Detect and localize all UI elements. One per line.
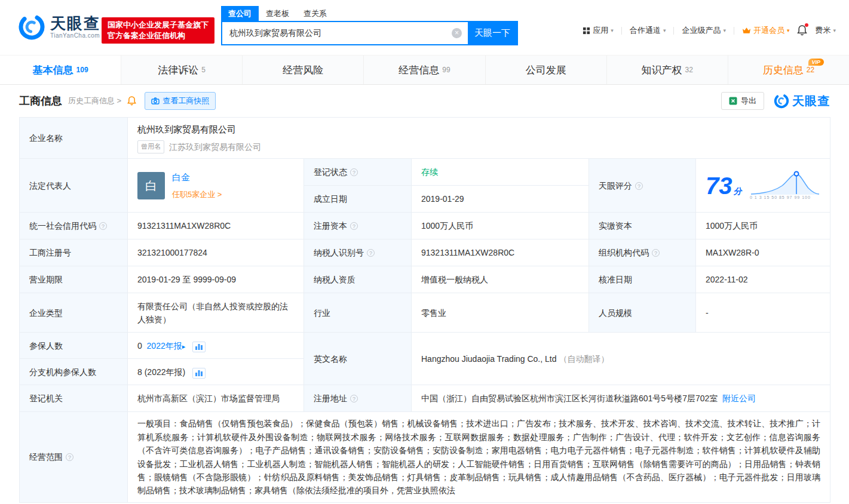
search-input[interactable]	[222, 22, 468, 44]
subscribe-bell-icon[interactable]	[127, 96, 136, 106]
help-icon[interactable]: ?	[99, 222, 107, 230]
tab-label: 公司发展	[526, 63, 566, 77]
crown-icon	[742, 27, 751, 34]
reg-authority-value: 杭州市高新区（滨江）市场监督管理局	[128, 385, 304, 412]
reg-authority-label: 登记机关	[20, 385, 128, 412]
tab-legal-litigation[interactable]: 法律诉讼 5	[121, 56, 243, 84]
english-name-note: （自动翻译）	[559, 354, 609, 364]
chevron-down-icon: ▾	[787, 27, 790, 33]
brand-watermark[interactable]: 天眼查	[774, 93, 830, 109]
help-icon[interactable]: ?	[350, 168, 358, 176]
top-header: 天眼查 TianYanCha.com 国家中小企业发展子基金旗下 官方备案企业征…	[0, 0, 849, 55]
branch-insured-value: 8	[137, 367, 142, 377]
branch-insured-trend-chart-icon[interactable]	[192, 368, 206, 379]
reg-number-label: 工商注册号	[20, 239, 128, 266]
english-name-value: Hangzhou Jiudaojia Trading Co., Ltd	[421, 354, 556, 364]
reg-address-label: 注册地址?	[304, 385, 412, 412]
business-info-section-bar: 工商信息 历史工商信息 > 查看工商快照 导出 天眼查	[0, 85, 849, 117]
legal-rep-avatar[interactable]: 白	[137, 172, 165, 199]
company-type-value: 有限责任公司（非自然人投资或控股的法人独资）	[128, 293, 304, 333]
english-name-label: 英文名称	[304, 333, 412, 385]
legal-rep-name-link[interactable]: 白金	[172, 170, 222, 185]
insured-value: 0	[137, 341, 142, 351]
nav-user-menu[interactable]: 费米 ▾	[815, 25, 836, 36]
help-icon[interactable]: ?	[635, 182, 643, 190]
score-label: 天眼评分?	[589, 159, 696, 213]
annual-report-link[interactable]: 2022年报	[147, 341, 182, 351]
tab-operation-info[interactable]: 经营信息 99	[364, 56, 485, 84]
taxpayer-id-label: 纳税人识别号?	[304, 239, 412, 266]
tab-intellectual-property[interactable]: 知识产权 32	[607, 56, 728, 84]
search-tab-company[interactable]: 查公司	[221, 6, 259, 21]
reg-status-label: 登记状态?	[304, 159, 412, 186]
table-row: 营业期限 2019-01-29 至 9999-09-09 纳税人资质 增值税一般…	[20, 266, 830, 293]
logo-swirl-icon	[774, 93, 789, 109]
establish-date-label: 成立日期	[304, 186, 412, 213]
chevron-down-icon: ▾	[833, 27, 836, 33]
history-business-info-link[interactable]: 历史工商信息 >	[68, 96, 121, 106]
business-scope-label: 经营范围?	[20, 412, 128, 502]
taxpayer-quality-value: 增值税一般纳税人	[412, 266, 589, 293]
logo-swirl-icon	[18, 13, 45, 41]
score-cell[interactable]: 73分 0 1 3 15 50 85 97 99 100	[696, 159, 830, 213]
notifications-bell[interactable]	[797, 25, 807, 36]
tab-history-info[interactable]: 历史信息 22 VIP	[728, 56, 849, 84]
chevron-down-icon: ▾	[611, 27, 614, 33]
search-box: × 天眼一下	[221, 21, 518, 45]
vip-badge: VIP	[808, 59, 824, 66]
company-type-label: 企业类型	[20, 293, 128, 333]
former-name[interactable]: 江苏玖到家贸易有限公司	[169, 140, 261, 153]
table-row: 企业类型 有限责任公司（非自然人投资或控股的法人独资） 行业 零售业 人员规模 …	[20, 293, 830, 333]
tab-basic-info[interactable]: 基本信息 109	[0, 56, 121, 84]
nav-enterprise-label: 企业级产品	[682, 25, 721, 36]
help-icon[interactable]: ?	[66, 453, 73, 461]
tab-count: 5	[201, 66, 206, 74]
credit-code-value: 91321311MA1XW28R0C	[128, 213, 304, 239]
export-button-label: 导出	[741, 96, 756, 106]
tab-operation-risk[interactable]: 经营风险	[243, 56, 364, 84]
reg-capital-value: 1000万人民币	[412, 213, 589, 239]
tab-label: 基本信息	[33, 63, 73, 77]
credit-code-label: 统一社会信用代码?	[20, 213, 128, 239]
staff-size-value: -	[696, 293, 830, 333]
table-row: 法定代表人 白 白金 任职5家企业 > 登记状态? 存续 天眼评分?	[20, 159, 830, 186]
business-term-label: 营业期限	[20, 266, 128, 293]
reg-status-value: 存续	[421, 167, 438, 177]
establish-date-value: 2019-01-29	[412, 186, 589, 213]
chevron-down-icon: ▾	[663, 27, 666, 33]
staff-size-label: 人员规模	[589, 293, 696, 333]
help-icon[interactable]: ?	[350, 222, 358, 230]
export-button[interactable]: 导出	[721, 92, 764, 110]
tab-company-development[interactable]: 公司发展	[486, 56, 607, 84]
approval-date-value: 2022-11-02	[696, 266, 830, 293]
snapshot-button[interactable]: 查看工商快照	[145, 92, 216, 110]
nav-apps-label: 应用	[593, 25, 608, 36]
insured-trend-chart-icon[interactable]	[192, 342, 206, 352]
search-button[interactable]: 天眼一下	[468, 22, 517, 44]
nav-open-vip[interactable]: 开通会员 ▾	[742, 25, 790, 36]
search-tab-boss[interactable]: 查老板	[259, 6, 296, 21]
brand-watermark-label: 天眼查	[792, 93, 830, 109]
tab-label: 历史信息	[763, 63, 804, 77]
help-icon[interactable]: ?	[367, 249, 375, 257]
help-icon[interactable]: ?	[652, 249, 660, 257]
branch-insured-label: 分支机构参保人数	[20, 359, 128, 385]
chevron-down-icon: ▾	[723, 27, 726, 33]
clear-search-icon[interactable]: ×	[452, 28, 462, 38]
nav-enterprise-products[interactable]: 企业级产品 ▾	[682, 25, 726, 36]
nav-cooperation[interactable]: 合作通道 ▾	[630, 25, 666, 36]
search-tab-relation[interactable]: 查关系	[296, 6, 334, 21]
tab-label: 经营风险	[283, 63, 323, 77]
nav-apps[interactable]: 应用 ▾	[583, 25, 614, 36]
tab-label: 知识产权	[642, 63, 682, 77]
table-row: 工商注册号 321321000177824 纳税人识别号? 91321311MA…	[20, 239, 830, 266]
paid-capital-label: 实缴资本	[589, 213, 696, 239]
help-icon[interactable]: ?	[350, 395, 358, 402]
score-curve-chart: 0 1 3 15 50 85 97 99 100	[750, 170, 820, 201]
nearby-companies-link[interactable]: 附近公司	[722, 394, 756, 403]
table-row: 登记机关 杭州市高新区（滨江）市场监督管理局 注册地址? 中国（浙江）自由贸易试…	[20, 385, 830, 412]
section-title: 工商信息	[19, 94, 62, 108]
tianyancha-logo[interactable]: 天眼查 TianYanCha.com	[18, 13, 100, 41]
table-row: 经营范围? 一般项目：食品销售（仅销售预包装食品）；保健食品（预包装）销售；机械…	[20, 412, 830, 502]
legal-rep-companies-link[interactable]: 任职5家企业 >	[172, 190, 222, 199]
